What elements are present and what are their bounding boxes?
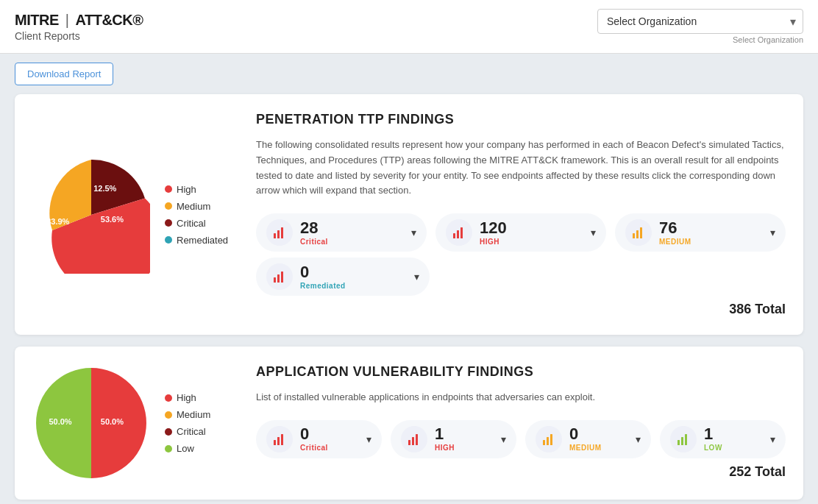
bar-chart-icon-medium	[632, 226, 645, 239]
penetration-stats-row1: 28 Critical ▾	[256, 213, 786, 252]
logo-area: MITRE | ATT&CK® Client Reports	[15, 12, 143, 42]
vulnerability-card-content: APPLICATION VULNERABILITY FINDINGS List …	[256, 364, 786, 482]
svg-rect-4	[457, 230, 459, 238]
vuln-legend-item-medium: Medium	[165, 409, 238, 420]
download-report-button[interactable]: Download Report	[15, 63, 113, 85]
vuln-legend-item-critical: Critical	[165, 426, 238, 437]
vulnerability-pie-chart	[32, 364, 150, 482]
svg-rect-19	[547, 437, 549, 445]
legend-dot-critical	[165, 219, 172, 227]
legend-item-medium: Medium	[165, 201, 238, 212]
vuln-stat-number-high: 1	[435, 426, 455, 442]
stat-critical: 28 Critical ▾	[256, 213, 427, 252]
toolbar: Download Report	[0, 54, 818, 94]
svg-rect-8	[640, 227, 642, 238]
vuln-stat-label-medium: MEDIUM	[569, 444, 602, 452]
svg-rect-0	[274, 233, 276, 238]
vuln-stat-info-high: 1 HIGH	[435, 426, 455, 452]
stat-arrow-critical[interactable]: ▾	[411, 227, 416, 238]
stat-number-critical: 28	[300, 220, 328, 236]
svg-rect-7	[636, 230, 639, 238]
svg-rect-6	[633, 233, 635, 238]
vuln-high-slice	[91, 368, 146, 478]
vuln-legend-item-low: Low	[165, 443, 238, 454]
svg-rect-22	[681, 437, 683, 445]
svg-rect-16	[412, 437, 414, 445]
vuln-legend-label-high: High	[177, 392, 196, 403]
svg-rect-20	[550, 434, 552, 445]
logo: MITRE | ATT&CK®	[15, 12, 143, 29]
legend-item-high: High	[165, 184, 238, 195]
header: MITRE | ATT&CK® Client Reports Select Or…	[0, 0, 818, 54]
stat-label-high: HIGH	[480, 238, 507, 246]
vuln-stat-arrow-low[interactable]: ▾	[770, 433, 775, 445]
penetration-pie-chart	[32, 156, 150, 274]
stat-label-remediated: Remediated	[300, 282, 346, 290]
vuln-stat-low: 1 LOW ▾	[660, 420, 786, 458]
bar-chart-icon-remediated	[273, 270, 286, 283]
svg-rect-5	[460, 227, 463, 238]
client-reports-label: Client Reports	[15, 30, 143, 42]
bar-chart-icon-high	[452, 226, 466, 239]
bar-chart-icon-vuln-medium	[542, 433, 555, 446]
stat-high: 120 HIGH ▾	[435, 213, 606, 252]
vuln-low-slice	[36, 368, 91, 478]
stat-icon-critical	[266, 219, 293, 246]
vulnerability-card-title: APPLICATION VULNERABILITY FINDINGS	[256, 364, 786, 380]
vuln-legend-label-medium: Medium	[177, 409, 210, 420]
bar-chart-icon-vuln-high	[408, 433, 421, 446]
vuln-stat-label-high: HIGH	[435, 444, 455, 452]
legend-dot-remediated	[165, 236, 172, 244]
vuln-stat-arrow-critical[interactable]: ▾	[366, 433, 371, 445]
stat-number-high: 120	[480, 220, 507, 236]
org-select[interactable]: Select Organization	[597, 9, 803, 34]
vulnerability-pie-wrapper: 50.0% 50.0%	[32, 364, 150, 482]
stat-arrow-remediated[interactable]: ▾	[414, 271, 419, 283]
penetration-chart-area: 12.5% 53.6% 33.9% High Medium Cr	[32, 112, 238, 317]
stat-label-critical: Critical	[300, 238, 328, 246]
vuln-stat-info-medium: 0 MEDIUM	[569, 426, 602, 452]
vuln-stat-number-low: 1	[704, 426, 722, 442]
legend-item-remediated: Remediated	[165, 235, 238, 246]
svg-rect-14	[281, 434, 283, 445]
svg-rect-1	[277, 230, 280, 238]
vuln-stat-arrow-high[interactable]: ▾	[501, 433, 506, 445]
legend-label-high: High	[177, 184, 196, 195]
stat-info-remediated: 0 Remediated	[300, 264, 346, 290]
vulnerability-card-inner: 50.0% 50.0% High Medium Critical	[32, 364, 786, 482]
vuln-legend-label-low: Low	[177, 443, 194, 454]
logo-separator: |	[62, 12, 73, 28]
vulnerability-total: 252 Total	[256, 464, 786, 480]
bar-chart-icon-vuln-low	[677, 433, 690, 446]
penetration-card-content: PENETRATION TTP FINDINGS The following c…	[256, 112, 786, 317]
vuln-legend-dot-critical	[165, 428, 172, 436]
vuln-legend-dot-high	[165, 394, 172, 402]
svg-rect-11	[281, 271, 283, 283]
stat-arrow-medium[interactable]: ▾	[770, 227, 775, 238]
legend-label-medium: Medium	[177, 201, 210, 212]
stat-number-remediated: 0	[300, 264, 346, 280]
vulnerability-chart-area: 50.0% 50.0% High Medium Critical	[32, 364, 238, 482]
stat-medium: 76 MEDIUM ▾	[615, 213, 786, 252]
stat-arrow-high[interactable]: ▾	[591, 227, 596, 238]
svg-rect-21	[677, 440, 680, 445]
vuln-stat-label-critical: Critical	[300, 444, 328, 452]
legend-dot-high	[165, 185, 172, 193]
vuln-legend-item-high: High	[165, 392, 238, 403]
svg-rect-9	[274, 277, 276, 283]
penetration-card-inner: 12.5% 53.6% 33.9% High Medium Cr	[32, 112, 786, 317]
legend-dot-medium	[165, 202, 172, 210]
bar-chart-icon-critical	[273, 226, 286, 239]
org-select-label: Select Organization	[733, 35, 803, 44]
svg-rect-13	[277, 437, 280, 445]
stat-icon-remediated	[266, 263, 293, 290]
svg-rect-2	[281, 227, 283, 238]
vuln-stat-number-critical: 0	[300, 426, 328, 442]
org-select-wrapper[interactable]: Select Organization	[597, 9, 803, 34]
stat-icon-high	[446, 219, 472, 246]
vulnerability-stats-row: 0 Critical ▾	[256, 420, 786, 458]
legend-label-remediated: Remediated	[177, 235, 228, 246]
stat-label-medium: MEDIUM	[659, 238, 691, 246]
vuln-legend-dot-medium	[165, 411, 172, 419]
vuln-stat-arrow-medium[interactable]: ▾	[636, 433, 641, 445]
